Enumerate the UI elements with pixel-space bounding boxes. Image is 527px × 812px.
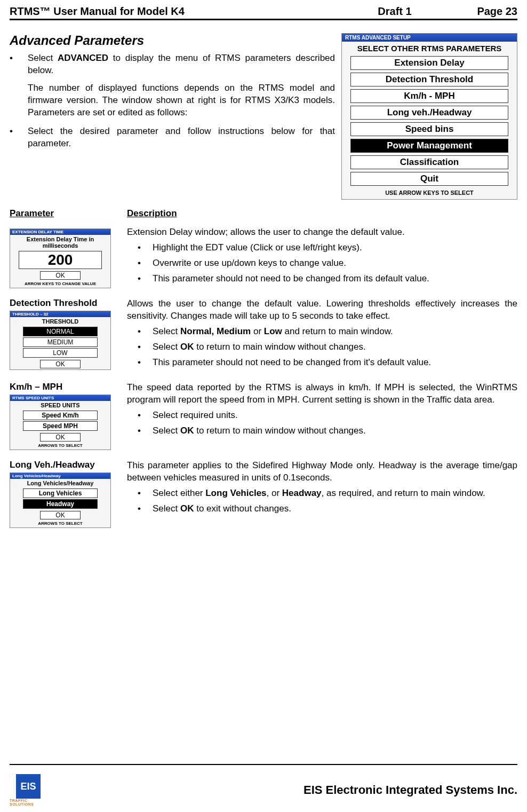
page-footer: EIS TRAFFIC SOLUTIONS EIS Electronic Int… [10,764,517,812]
param-left: Detection Threshold THRESHOLD – 32 THRES… [10,298,127,372]
dialog-foot: USE ARROW KEYS TO SELECT [342,188,517,199]
dialog-foot: ARROWS TO SELECT [10,521,110,527]
param-left: Km/h – MPH RTMS SPEED UNITS SPEED UNITS … [10,382,127,450]
desc-para: Allows the user to change the default va… [127,298,517,322]
dialog-titlebar: RTMS SPEED UNITS [10,395,110,401]
ok-button[interactable]: OK [40,433,81,442]
bullet-icon: • [138,357,153,369]
param-row: Long Veh./Headway Long Vehicles/Headway … [10,460,517,528]
logo-subtitle: TRAFFIC SOLUTIONS [10,799,47,806]
param-label: Detection Threshold [10,298,127,309]
advanced-setup-dialog: RTMS ADVANCED SETUP SELECT OTHER RTMS PA… [341,33,517,200]
opt-quit[interactable]: Quit [350,172,508,186]
page: RTMS™ User Manual for Model K4 Draft 1 P… [0,0,527,812]
dialog-head: THRESHOLD [10,317,110,326]
table-header: Parameter Description [10,208,517,219]
bullet-icon: • [138,503,153,515]
col-header-parameter: Parameter [10,208,127,219]
param-description: The speed data reported by the RTMS is a… [127,382,517,450]
logo-box: EIS [16,774,41,799]
param-label: Km/h – MPH [10,382,127,392]
intro-bullet: • Select ADVANCED to display the menu of… [10,52,335,77]
opt-long-vehicles[interactable]: Long Vehicles [23,488,98,498]
param-row: EXTENSION DELAY TIME Extension Delay Tim… [10,226,517,288]
dialog-titlebar: RTMS ADVANCED SETUP [342,34,517,42]
intro-bullet-text: Select ADVANCED to display the menu of R… [28,52,335,77]
desc-bullet: Select required units. [153,409,517,422]
param-row: Km/h – MPH RTMS SPEED UNITS SPEED UNITS … [10,382,517,450]
opt-speed-bins[interactable]: Speed bins [350,122,508,136]
opt-kmh-mph[interactable]: Km/h - MPH [350,89,508,103]
long-veh-dialog: Long Vehicles/Headway Long Vehicles/Head… [10,472,111,528]
threshold-dialog: THRESHOLD – 32 THRESHOLD NORMAL MEDIUM L… [10,311,111,370]
opt-headway[interactable]: Headway [23,499,98,509]
desc-bullet: Overwrite or use up/down keys to change … [153,257,517,270]
param-label: Long Veh./Headway [10,460,127,470]
speed-units-dialog: RTMS SPEED UNITS SPEED UNITS Speed Km/h … [10,395,111,450]
param-description: Allows the user to change the default va… [127,298,517,372]
desc-para: The speed data reported by the RTMS is a… [127,382,517,406]
desc-bullet: Select OK to return to main window witho… [153,341,517,353]
opt-low[interactable]: LOW [23,348,98,358]
section-title: Advanced Parameters [10,33,335,48]
edt-value[interactable]: 200 [19,251,102,269]
param-left: EXTENSION DELAY TIME Extension Delay Tim… [10,226,127,288]
opt-speed-mph[interactable]: Speed MPH [23,421,98,431]
dialog-head: Extension Delay Time in milliseconds [10,235,110,250]
param-description: This parameter applies to the Sidefired … [127,460,517,528]
desc-bullet: This parameter should not need to be cha… [153,357,517,369]
desc-para: Extension Delay window; allows the user … [127,226,517,239]
bullet-icon: • [10,52,28,77]
intro-row: Advanced Parameters • Select ADVANCED to… [10,33,517,200]
header-left: RTMS™ User Manual for Model K4 [10,5,347,18]
bullet-icon: • [138,273,153,285]
param-description: Extension Delay window; allows the user … [127,226,517,288]
opt-detection-threshold[interactable]: Detection Threshold [350,73,508,86]
header-bar: RTMS™ User Manual for Model K4 Draft 1 P… [10,5,517,20]
opt-power-management[interactable]: Power Management [350,139,508,153]
bullet-icon: • [10,125,28,150]
dialog-titlebar: Long Vehicles/Headway [10,473,110,479]
eis-logo: EIS TRAFFIC SOLUTIONS [10,774,47,806]
bullet-icon: • [138,487,153,500]
company-name: EIS Electronic Integrated Systems Inc. [47,783,517,797]
param-left: Long Veh./Headway Long Vehicles/Headway … [10,460,127,528]
intro-bullet-text: Select the desired parameter and follow … [28,125,335,150]
opt-speed-kmh[interactable]: Speed Km/h [23,411,98,420]
desc-bullet: Select OK to return to main window witho… [153,425,517,437]
desc-bullet: Highlight the EDT value (Click or use le… [153,242,517,254]
opt-long-veh-headway[interactable]: Long veh./Headway [350,106,508,120]
opt-normal[interactable]: NORMAL [23,327,98,336]
intro-bullet: • Select the desired parameter and follo… [10,125,335,150]
bullet-icon: • [138,326,153,338]
dialog-head: Long Vehicles/Headway [10,479,110,487]
desc-bullet: Select Normal, Medium or Low and return … [153,326,517,338]
parameter-table: Parameter Description EXTENSION DELAY TI… [10,208,517,528]
ok-button[interactable]: OK [40,511,81,519]
dialog-titlebar: THRESHOLD – 32 [10,311,110,317]
header-page: Page 23 [443,5,517,18]
desc-para: This parameter applies to the Sidefired … [127,460,517,484]
bullet-icon: • [138,341,153,353]
desc-bullet: This parameter should not need to be cha… [153,273,517,285]
ok-button[interactable]: OK [40,271,81,280]
header-draft: Draft 1 [347,5,443,18]
desc-bullet: Select OK to exit without changes. [153,503,517,515]
dialog-head: SELECT OTHER RTMS PARAMETERS [342,42,517,56]
dialog-titlebar: EXTENSION DELAY TIME [10,229,110,235]
dialog-foot: ARROWS TO SELECT [10,443,110,450]
bullet-icon: • [138,425,153,437]
bullet-icon: • [138,409,153,422]
col-header-description: Description [127,208,517,219]
dialog-foot: ARROW KEYS TO CHANGE VALUE [10,281,110,288]
ext-delay-dialog: EXTENSION DELAY TIME Extension Delay Tim… [10,228,111,288]
intro-note: The number of displayed functions depend… [28,82,335,119]
opt-medium[interactable]: MEDIUM [23,337,98,347]
intro-text: Advanced Parameters • Select ADVANCED to… [10,33,341,200]
opt-classification[interactable]: Classification [350,155,508,169]
opt-extension-delay[interactable]: Extension Delay [350,56,508,70]
bullet-icon: • [138,242,153,254]
ok-button[interactable]: OK [40,360,81,368]
bullet-icon: • [138,257,153,270]
param-row: Detection Threshold THRESHOLD – 32 THRES… [10,298,517,372]
